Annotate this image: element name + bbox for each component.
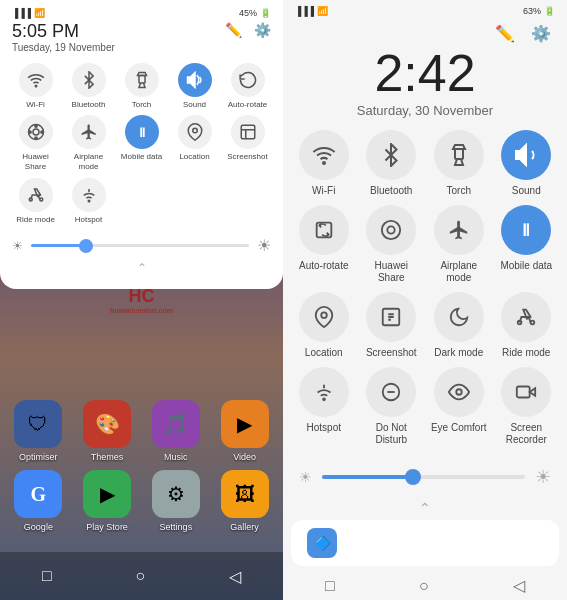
rtile-bluetooth[interactable]: Bluetooth <box>363 130 421 197</box>
app-grid: 🛡 Optimiser 🎨 Themes 🎵 Music ▶ Video G G… <box>8 400 275 532</box>
rtile-airplane[interactable]: Airplane mode <box>430 205 488 284</box>
rtile-huawei-share[interactable]: Huawei Share <box>363 205 421 284</box>
brightness-high-icon: ☀ <box>257 236 271 255</box>
left-chevron[interactable]: ⌃ <box>12 259 271 277</box>
rtile-sound-label: Sound <box>512 185 541 197</box>
right-settings-icon[interactable]: ⚙️ <box>531 24 551 43</box>
right-brightness-slider[interactable] <box>322 475 525 479</box>
rtile-screenshot[interactable]: Screenshot <box>363 292 421 359</box>
settings-app-icon: ⚙ <box>152 470 200 518</box>
tile-huawei-share[interactable]: Huawei Share <box>12 115 59 171</box>
wifi-tile-label: Wi-Fi <box>26 100 45 110</box>
app-gallery[interactable]: 🖼 Gallery <box>214 470 275 532</box>
settings-icon[interactable]: ⚙️ <box>254 22 271 38</box>
rtile-mobile-data-icon: Ⅱ <box>501 205 551 255</box>
left-time-row: 5:05 PM Tuesday, 19 November ✏️ ⚙️ <box>12 22 271 53</box>
right-chevron[interactable]: ⌃ <box>283 496 567 520</box>
rnav-back-btn[interactable]: ◁ <box>513 576 525 595</box>
rtile-screen-recorder[interactable]: Screen Recorder <box>498 367 556 446</box>
tile-torch[interactable]: Torch <box>118 63 165 110</box>
rtile-sound[interactable]: Sound <box>498 130 556 197</box>
app-play-store[interactable]: ▶ Play Store <box>77 470 138 532</box>
left-tiles-row1: Wi-Fi Bluetooth Torch Sound <box>12 63 271 110</box>
pencil-icon[interactable]: ✏️ <box>225 22 242 38</box>
nav-recent-btn[interactable]: □ <box>42 567 52 585</box>
app-music[interactable]: 🎵 Music <box>146 400 207 462</box>
left-nav-bar: □ ○ ◁ <box>0 552 283 600</box>
nav-back-btn[interactable]: ◁ <box>229 567 241 586</box>
rtile-torch[interactable]: Torch <box>430 130 488 197</box>
tile-screenshot[interactable]: Screenshot <box>224 115 271 171</box>
rtile-location[interactable]: Location <box>295 292 353 359</box>
autorotate-tile-icon <box>231 63 265 97</box>
rtile-eye-comfort[interactable]: Eye Comfort <box>430 367 488 446</box>
hotspot-tile-icon <box>72 178 106 212</box>
app-video[interactable]: ▶ Video <box>214 400 275 462</box>
tile-mobile-data[interactable]: Ⅱ Mobile data <box>118 115 165 171</box>
svg-point-21 <box>531 321 535 325</box>
svg-point-6 <box>40 131 42 133</box>
left-notification-panel: ▐▐▐ 📶 45% 🔋 5:05 PM Tuesday, 19 November… <box>0 0 283 289</box>
rnav-home-btn[interactable]: ○ <box>419 577 429 595</box>
rnav-recent-btn[interactable]: □ <box>325 577 335 595</box>
torch-tile-label: Torch <box>132 100 152 110</box>
rtile-hotspot[interactable]: Hotspot <box>295 367 353 446</box>
right-signal-icons: ▐▐▐ 📶 <box>295 6 328 16</box>
rtile-bluetooth-icon <box>366 130 416 180</box>
left-panel: ▐▐▐ 📶 45% 🔋 5:05 PM Tuesday, 19 November… <box>0 0 283 600</box>
rtile-dark-mode[interactable]: Dark mode <box>430 292 488 359</box>
bluetooth-tile-label: Bluetooth <box>72 100 106 110</box>
right-header-icons: ✏️ ⚙️ <box>283 20 567 47</box>
tile-location[interactable]: Location <box>171 115 218 171</box>
svg-point-13 <box>323 162 325 164</box>
play-store-icon: ▶ <box>83 470 131 518</box>
bottom-app-icon[interactable]: 🔷 <box>307 528 337 558</box>
mobile-data-tile-icon: Ⅱ <box>125 115 159 149</box>
right-tiles-row2: Auto-rotate Huawei Share Airplane mode Ⅱ… <box>283 205 567 284</box>
app-optimiser[interactable]: 🛡 Optimiser <box>8 400 69 462</box>
tile-bluetooth[interactable]: Bluetooth <box>65 63 112 110</box>
right-bottom-bar: 🔷 <box>291 520 559 566</box>
airplane-tile-icon <box>72 115 106 149</box>
right-tiles-row3: Location Screenshot Dark mode Ride mode <box>283 292 567 359</box>
app-google[interactable]: G Google <box>8 470 69 532</box>
tile-ride-mode[interactable]: Ride mode <box>12 178 59 225</box>
app-settings[interactable]: ⚙ Settings <box>146 470 207 532</box>
rtile-screenshot-icon <box>366 292 416 342</box>
screenshot-tile-label: Screenshot <box>227 152 267 162</box>
tile-autorotate[interactable]: Auto-rotate <box>224 63 271 110</box>
nav-home-btn[interactable]: ○ <box>135 567 145 585</box>
rtile-mobile-data[interactable]: Ⅱ Mobile data <box>498 205 556 284</box>
right-status-right: 63% 🔋 <box>523 6 555 16</box>
tile-wifi[interactable]: Wi-Fi <box>12 63 59 110</box>
rtile-ride-mode-label: Ride mode <box>502 347 550 359</box>
bluetooth-tile-icon <box>72 63 106 97</box>
tile-sound[interactable]: Sound <box>171 63 218 110</box>
svg-point-11 <box>39 198 42 201</box>
left-header-icons: ✏️ ⚙️ <box>225 22 271 38</box>
right-pencil-icon[interactable]: ✏️ <box>495 24 515 43</box>
rtile-eye-comfort-icon <box>434 367 484 417</box>
tile-hotspot[interactable]: Hotspot <box>65 178 112 225</box>
huawei-share-tile-icon <box>19 115 53 149</box>
video-label: Video <box>233 452 256 462</box>
ride-mode-tile-label: Ride mode <box>16 215 55 225</box>
rtile-ride-mode[interactable]: Ride mode <box>498 292 556 359</box>
rtile-ride-mode-icon <box>501 292 551 342</box>
rtile-autorotate[interactable]: Auto-rotate <box>295 205 353 284</box>
svg-point-8 <box>192 129 197 134</box>
rtile-screen-recorder-icon <box>501 367 551 417</box>
huawei-share-label: Huawei Share <box>12 152 59 171</box>
tile-airplane[interactable]: Airplane mode <box>65 115 112 171</box>
rtile-screen-recorder-label: Screen Recorder <box>498 422 556 446</box>
video-icon: ▶ <box>221 400 269 448</box>
app-themes[interactable]: 🎨 Themes <box>77 400 138 462</box>
rtile-wifi[interactable]: Wi-Fi <box>295 130 353 197</box>
rtile-dnd[interactable]: Do Not Disturb <box>363 367 421 446</box>
autorotate-tile-label: Auto-rotate <box>228 100 268 110</box>
left-brightness-slider[interactable] <box>31 244 249 247</box>
rtile-dark-mode-icon <box>434 292 484 342</box>
right-brightness-low-icon: ☀ <box>299 469 312 485</box>
left-status-signal: ▐▐▐ 📶 <box>12 8 45 18</box>
left-tiles-row2: Huawei Share Airplane mode Ⅱ Mobile data… <box>12 115 271 171</box>
